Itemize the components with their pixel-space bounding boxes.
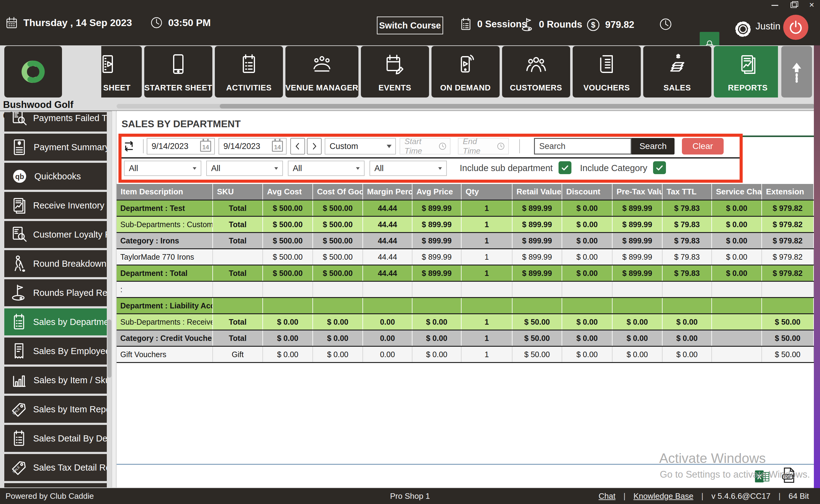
sidebar-item-sales-by-department[interactable]: Sales by Department <box>4 308 107 335</box>
include-sub-department-checkbox[interactable] <box>558 161 571 174</box>
cell-avg-price: $ 899.99 <box>412 249 462 265</box>
nav-tile-events[interactable]: EVENTS <box>361 46 429 97</box>
end-date-value: 9/14/2023 <box>224 142 260 151</box>
nav-tile-vouchers[interactable]: VOUCHERS <box>573 46 641 97</box>
end-time-clock-icon[interactable] <box>496 142 505 151</box>
nav-scrollbar-track[interactable] <box>117 104 815 109</box>
cell-cost-of-goods <box>313 298 363 313</box>
sessions-stat[interactable]: 0 Sessions <box>459 17 527 31</box>
sidebar-item-payment-summary[interactable]: Payment Summary <box>4 134 107 161</box>
nav-tile-venue-manager[interactable]: VENUE MANAGER <box>286 46 358 97</box>
sidebar-item-customer-loyalty-re[interactable]: Customer Loyalty Re... <box>4 221 107 248</box>
sidebar-item-round-breakdown-r[interactable]: Round Breakdown R... <box>4 250 107 277</box>
cell-extension: $ 979.82 <box>762 217 814 232</box>
column-header-cost-of-goods[interactable]: Cost Of Goods <box>313 184 363 200</box>
sidebar-item-label: Receive Inventory Re... <box>33 200 107 211</box>
search-input[interactable]: Search <box>534 138 632 155</box>
footer-link-knowledge-base[interactable]: Knowledge Base <box>634 491 693 501</box>
nav-tile-tee-sheet[interactable]: TEE SHEET <box>101 46 142 97</box>
search-button[interactable]: Search <box>632 138 675 155</box>
table-row-department-test[interactable]: Department : TestTotal$ 500.00$ 500.0044… <box>117 200 814 217</box>
sidebar-item-label: Quickbooks <box>34 171 81 181</box>
department-filter-select[interactable]: All <box>124 161 201 176</box>
table-row-category-irons[interactable]: Category : IronsTotal$ 500.00$ 500.0044.… <box>117 233 814 249</box>
club-logo[interactable] <box>4 46 62 97</box>
item-filter-select[interactable]: All <box>370 161 447 176</box>
column-header-discount[interactable]: Discount <box>562 184 612 200</box>
sidebar-item-sales-detail-by-depar[interactable]: Sales Detail By Depar... <box>4 425 107 452</box>
column-header-service-charge[interactable]: Service Charge <box>712 184 762 200</box>
nav-tile-starter-sheet[interactable]: STARTER SHEET <box>144 46 213 97</box>
maximize-button[interactable] <box>789 2 797 9</box>
settings-gear-icon[interactable] <box>733 19 753 39</box>
cell-retail-value: $ 899.99 <box>512 265 562 281</box>
sidebar-item-rounds-played-report[interactable]: Rounds Played Report <box>4 279 107 306</box>
column-header-qty[interactable]: Qty <box>462 184 512 200</box>
sidebar-item-sales-by-employee-r[interactable]: Sales By Employee R... <box>4 338 107 365</box>
column-header-pre-tax-value[interactable]: Pre-Tax Value <box>612 184 663 200</box>
nav-tile-activities[interactable]: ACTIVITIES <box>215 46 283 97</box>
balance-stat[interactable]: $ 979.82 <box>585 17 634 32</box>
sidebar-item-partial[interactable] <box>4 483 107 487</box>
column-header-avg-price[interactable]: Avg Price <box>412 184 462 200</box>
date-range-select[interactable]: Custom <box>325 138 396 155</box>
start-date-calendar-icon[interactable]: 14 <box>200 141 211 152</box>
include-category-checkbox[interactable] <box>653 161 666 174</box>
sidebar-scrollbar-thumb[interactable] <box>107 319 111 378</box>
minimize-button[interactable] <box>771 2 779 9</box>
start-time-input[interactable]: Start Time <box>400 138 450 155</box>
end-time-input[interactable]: End Time <box>458 138 509 155</box>
department-filter-value: All <box>129 164 138 173</box>
table-row-[interactable]: : <box>117 282 814 298</box>
close-button[interactable]: × <box>808 2 816 9</box>
rounds-stat[interactable]: 0 Rounds <box>520 17 582 32</box>
column-header-item-description[interactable]: Item Description <box>117 184 213 200</box>
power-button[interactable] <box>783 15 808 40</box>
table-row-taylormade-770-irons[interactable]: TaylorMade 770 Irons$ 500.00$ 500.0044.4… <box>117 249 814 265</box>
window-right-scrollbar[interactable] <box>814 45 820 504</box>
category-filter-select[interactable]: All <box>288 161 365 176</box>
nav-tile-sales[interactable]: SALES <box>643 46 711 97</box>
cell-service-charge <box>712 314 762 330</box>
collapse-nav-button[interactable] <box>781 46 812 97</box>
footer-link-chat[interactable]: Chat <box>599 491 616 501</box>
column-header-sku[interactable]: SKU <box>213 184 263 200</box>
column-header-extension[interactable]: Extension <box>762 184 814 200</box>
nav-tile-on-demand[interactable]: ON DEMAND <box>431 46 500 97</box>
refresh-button[interactable] <box>121 138 136 155</box>
sidebar-item-receive-inventory-re[interactable]: Receive Inventory Re... <box>4 192 107 219</box>
sidebar-item-label: Payments Failed Thr... <box>33 113 107 123</box>
time-clock-button[interactable] <box>659 17 673 31</box>
table-row-sub-departments-received[interactable]: Sub-Departments : ReceivedTotal$ 0.00$ 0… <box>117 314 814 330</box>
sidebar-item-payments-failed-thr[interactable]: Payments Failed Thr... <box>4 112 107 132</box>
next-day-button[interactable] <box>307 138 322 155</box>
table-row-sub-departments-custom-irons[interactable]: Sub-Departments : Custom ironsTotal$ 500… <box>117 217 814 233</box>
end-date-calendar-icon[interactable]: 14 <box>272 141 283 152</box>
sidebar-item-sales-tax-detail-report[interactable]: SALESales Tax Detail Report <box>4 454 107 481</box>
nav-tile-customers[interactable]: CUSTOMERS <box>502 46 570 97</box>
column-header-margin-percent[interactable]: Margin Percent <box>363 184 412 200</box>
table-row-gift-vouchers[interactable]: Gift VouchersGift$ 0.00$ 0.000.00$ 0.001… <box>117 347 814 363</box>
end-date-input[interactable]: 9/14/2023 14 <box>219 138 287 155</box>
sidebar-item-sales-by-item-sku[interactable]: Sales by Item / Sku <box>4 367 107 394</box>
cell-service-charge: $ 0.00 <box>712 265 762 281</box>
nav-tiles-viewport: TEE SHEETSTARTER SHEETACTIVITIESVENUE MA… <box>101 46 778 98</box>
table-row-category-credit-vouchers[interactable]: Category : Credit VouchersTotal$ 0.00$ 0… <box>117 330 814 347</box>
start-time-clock-icon[interactable] <box>438 142 447 151</box>
switch-course-button[interactable]: Switch Course <box>377 17 443 34</box>
table-row-department-liability-account[interactable]: Department : Liability Account <box>117 298 814 314</box>
sidebar-item-quickbooks[interactable]: qbQuickbooks <box>4 163 107 190</box>
qb-icon: qb <box>10 166 29 186</box>
start-date-input[interactable]: 9/14/2023 14 <box>147 138 215 155</box>
column-header-retail-value[interactable]: Retail Value <box>512 184 562 200</box>
column-header-avg-cost[interactable]: Avg Cost <box>263 184 313 200</box>
previous-day-button[interactable] <box>290 138 305 155</box>
nav-scrollbar-thumb[interactable] <box>220 104 815 109</box>
nav-tile-reports[interactable]: REPORTS <box>714 46 778 97</box>
sub-department-filter-select[interactable]: All <box>206 161 283 176</box>
user-name[interactable]: Justin <box>756 21 780 32</box>
table-row-department-total[interactable]: Department : TotalTotal$ 500.00$ 500.004… <box>117 265 814 282</box>
sidebar-item-sales-by-item-report[interactable]: SALESales by Item Report <box>4 396 107 423</box>
clear-button[interactable]: Clear <box>682 138 724 155</box>
column-header-tax-ttl[interactable]: Tax TTL <box>663 184 712 200</box>
